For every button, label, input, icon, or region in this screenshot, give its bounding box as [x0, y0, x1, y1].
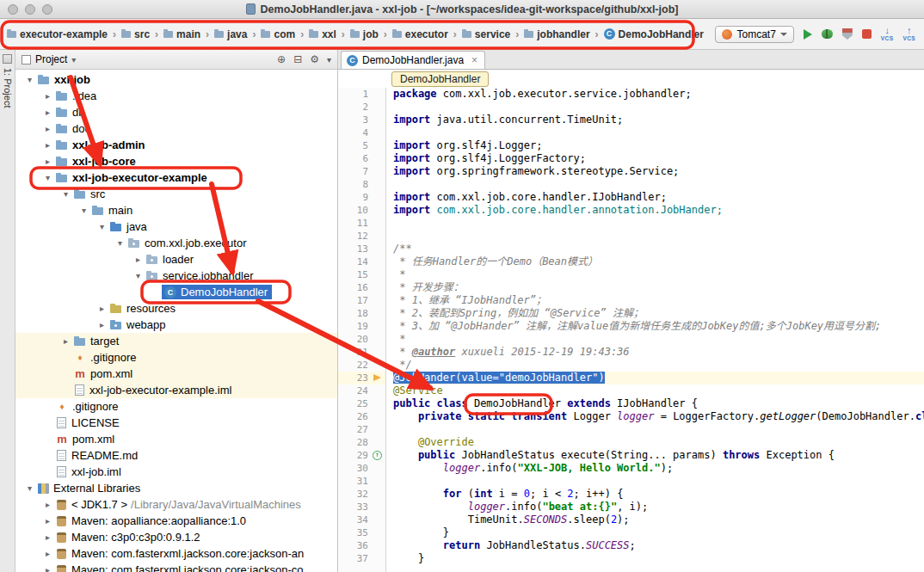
code-line[interactable]: * 1、继承 “IJobHandler”； — [393, 294, 924, 307]
tree-row[interactable]: ▸doc — [15, 120, 337, 137]
code-line[interactable]: import org.slf4j.LoggerFactory; — [393, 152, 924, 165]
breadcrumb-item[interactable]: main — [160, 27, 204, 42]
editor-tab[interactable]: C DemoJobHandler.java × — [341, 51, 485, 69]
code-line[interactable]: @JobHander(value="demoJobHandler") — [393, 372, 924, 384]
structure-breadcrumb-chip[interactable]: DemoJobHandler — [391, 71, 489, 87]
code-line[interactable]: * 2、装配到Spring，例如加 “@Service” 注解； — [393, 307, 924, 320]
tree-row[interactable]: mpom.xml — [15, 366, 337, 382]
code-line[interactable]: * 开发步骤： — [393, 281, 924, 294]
code-line[interactable]: private static transient Logger logger =… — [393, 410, 924, 423]
expand-arrow-icon[interactable]: ▸ — [42, 91, 53, 101]
code-line[interactable]: * 任务Handler的一个Demo（Bean模式） — [393, 255, 924, 268]
breadcrumb-item[interactable]: CDemoJobHandler — [601, 27, 707, 42]
tree-row[interactable]: ▸Maven: com.fasterxml.jackson.core:jacks… — [15, 562, 337, 572]
breadcrumb-item[interactable]: service — [459, 27, 514, 42]
tree-row[interactable]: ▾main — [15, 202, 337, 218]
code-line[interactable] — [393, 217, 924, 230]
breadcrumb-item[interactable]: executor — [389, 27, 452, 42]
tree-row[interactable]: ▸Maven: com.fasterxml.jackson.core:jacks… — [15, 545, 337, 562]
expand-arrow-icon[interactable]: ▸ — [42, 124, 53, 133]
code-line[interactable] — [393, 126, 924, 139]
expand-arrow-icon[interactable]: ▸ — [42, 140, 53, 150]
tree-row[interactable]: ♦.gitignore — [15, 398, 337, 415]
code-line[interactable]: */ — [393, 359, 924, 372]
stop-button[interactable] — [862, 29, 872, 39]
code-line[interactable]: * — [393, 268, 924, 281]
tree-row[interactable]: ▸< JDK1.7 > /Library/Java/JavaVirtualMac… — [15, 496, 337, 513]
expand-arrow-icon[interactable]: ▾ — [132, 271, 144, 280]
code-line[interactable]: import org.slf4j.Logger; — [393, 139, 924, 152]
tree-row[interactable]: LICENSE — [15, 415, 337, 431]
expand-arrow-icon[interactable]: ▸ — [60, 336, 71, 346]
minimize-window-button[interactable] — [25, 4, 35, 15]
code-line[interactable]: @Service — [393, 384, 924, 397]
debug-button[interactable] — [822, 29, 833, 39]
tree-row[interactable]: ▸Maven: c3p0:c3p0:0.9.1.2 — [15, 529, 337, 545]
tree-row[interactable]: ▸db — [15, 104, 337, 120]
project-panel-title[interactable]: Project — [35, 53, 67, 65]
breadcrumb-item[interactable]: executor-example — [3, 27, 111, 42]
code-line[interactable]: import java.util.concurrent.TimeUnit; — [393, 114, 924, 126]
breadcrumb-item[interactable]: com — [257, 27, 299, 42]
coverage-button[interactable] — [842, 28, 853, 40]
tree-row[interactable]: ▾External Libraries — [15, 480, 337, 496]
code-line[interactable] — [393, 101, 924, 114]
code-line[interactable]: * — [393, 333, 924, 346]
code-line[interactable]: import com.xxl.job.core.handler.annotati… — [393, 204, 924, 217]
tree-row[interactable]: ▸Maven: aopalliance:aopalliance:1.0 — [15, 513, 337, 529]
run-configuration-select[interactable]: Tomcat7 — [715, 26, 793, 43]
run-button[interactable] — [804, 29, 812, 40]
expand-arrow-icon[interactable]: ▸ — [42, 516, 53, 526]
tree-row[interactable]: ▸target — [15, 333, 337, 349]
tree-row[interactable]: ▾src — [15, 186, 337, 202]
code-line[interactable]: @Override — [393, 436, 924, 449]
tree-row[interactable]: ▾java — [15, 218, 337, 235]
expand-arrow-icon[interactable]: ▸ — [132, 255, 144, 264]
code-line[interactable]: } — [393, 552, 924, 565]
code-line[interactable]: } — [393, 526, 924, 539]
tree-row[interactable]: README.md — [15, 447, 337, 464]
vcs-commit-button[interactable]: ↑ VCS — [902, 26, 915, 42]
tree-row[interactable]: ▾service.jobhandler — [15, 268, 337, 284]
breadcrumb-item[interactable]: job — [347, 27, 382, 42]
code-line[interactable]: logger.info("beat at:{}", i); — [393, 501, 924, 514]
code-line[interactable]: import com.xxl.job.core.handler.IJobHand… — [393, 191, 924, 204]
locate-icon[interactable]: ⊕ — [277, 53, 286, 65]
code-line[interactable] — [393, 230, 924, 243]
tree-row[interactable]: ▸loader — [15, 251, 337, 268]
code-line[interactable]: public JobHandleStatus execute(String...… — [393, 449, 924, 462]
expand-arrow-icon[interactable]: ▸ — [42, 549, 53, 558]
code-line[interactable]: * @author xuxueli 2015-12-19 19:43:36 — [393, 346, 924, 359]
code-line[interactable]: TimeUnit.SECONDS.sleep(2); — [393, 514, 924, 526]
tree-row[interactable]: xxl-job.iml — [15, 464, 337, 480]
code-lines[interactable]: package com.xxl.job.executor.service.job… — [386, 88, 924, 572]
expand-arrow-icon[interactable]: ▾ — [96, 222, 108, 231]
expand-arrow-icon[interactable]: ▸ — [42, 565, 53, 572]
expand-arrow-icon[interactable]: ▾ — [42, 173, 53, 182]
tree-row[interactable]: ▸resources — [15, 300, 337, 317]
tree-row[interactable]: CDemoJobHandler — [15, 284, 337, 300]
breadcrumb-item[interactable]: jobhandler — [521, 27, 593, 42]
breadcrumb-item[interactable]: xxl — [305, 27, 340, 42]
breadcrumb-item[interactable]: src — [118, 27, 153, 42]
expand-arrow-icon[interactable]: ▸ — [96, 304, 108, 313]
code-line[interactable]: /** — [393, 243, 924, 255]
tree-row[interactable]: ▾com.xxl.job.executor — [15, 235, 337, 251]
expand-arrow-icon[interactable]: ▾ — [114, 238, 126, 248]
expand-arrow-icon[interactable]: ▾ — [60, 189, 71, 199]
expand-arrow-icon[interactable]: ▸ — [42, 108, 53, 117]
code-line[interactable]: for (int i = 0; i < 2; i++) { — [393, 488, 924, 501]
tree-row[interactable]: ▸xxl-job-core — [15, 153, 337, 169]
tree-row[interactable]: ▸webapp — [15, 317, 337, 333]
breadcrumb-item[interactable]: java — [211, 27, 250, 42]
bookmark-icon[interactable] — [373, 374, 381, 381]
expand-arrow-icon[interactable]: ▸ — [42, 500, 53, 509]
expand-arrow-icon[interactable]: ▸ — [96, 320, 108, 329]
vcs-update-button[interactable]: ↓ VCS — [881, 26, 894, 42]
settings-gear-icon[interactable]: ⚙ — [310, 53, 319, 65]
collapse-all-icon[interactable]: ⊟ — [293, 53, 302, 65]
tree-row[interactable]: ▾xxl-job-executor-example — [15, 169, 337, 186]
code-line[interactable]: * 3、加 “@JobHander” 注解，注解value值为新增任务生成的Jo… — [393, 320, 924, 333]
code-line[interactable]: import org.springframework.stereotype.Se… — [393, 165, 924, 178]
code-line[interactable]: public class DemoJobHandler extends IJob… — [393, 397, 924, 410]
